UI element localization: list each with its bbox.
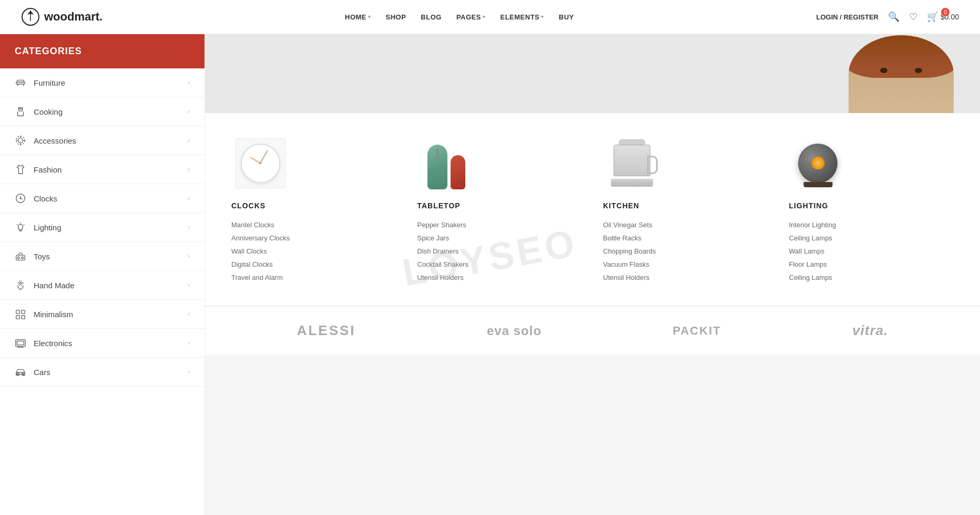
- handmade-chevron: ›: [188, 281, 190, 289]
- nav-elements[interactable]: ELEMENTS ▾: [500, 13, 544, 21]
- sidebar-item-handmade[interactable]: Hand Made ›: [0, 271, 205, 300]
- brand-vitra[interactable]: vitra.: [852, 322, 888, 339]
- login-register-link[interactable]: LOGIN / REGISTER: [816, 13, 878, 21]
- lighting-image: [789, 134, 847, 192]
- nav-home[interactable]: HOME ▾: [345, 13, 371, 21]
- sidebar-item-furniture[interactable]: Furniture ›: [0, 68, 205, 97]
- nav-pages[interactable]: PAGES ▾: [456, 13, 486, 21]
- kitchen-link-4[interactable]: Utensil Holders: [603, 271, 768, 284]
- tabletop-link-0[interactable]: Pepper Shakers: [417, 218, 583, 231]
- brand-packit[interactable]: PACKiT: [672, 324, 721, 338]
- brand-evasolo[interactable]: eva solo: [487, 324, 542, 338]
- hero-face: [849, 35, 954, 113]
- kitchen-link-2[interactable]: Chopping Boards: [603, 245, 768, 258]
- clocks-link-4[interactable]: Travel and Alarm: [231, 271, 396, 284]
- sidebar-item-accessories[interactable]: Accessories ›: [0, 126, 205, 155]
- espresso-machine: [611, 139, 653, 187]
- nav-pages-arrow: ▾: [483, 14, 486, 19]
- lighting-link-4[interactable]: Ceiling Lamps: [789, 271, 954, 284]
- kitchen-link-1[interactable]: Bottle Racks: [603, 231, 768, 245]
- cart-icon: 🛒: [927, 11, 938, 23]
- fashion-label: Fashion: [34, 165, 188, 174]
- svg-line-23: [24, 225, 24, 225]
- svg-point-10: [18, 138, 23, 143]
- lamp-container: [798, 144, 838, 183]
- clocks-links: Mantel Clocks Anniversary Clocks Wall Cl…: [231, 218, 396, 284]
- clocks-image: [231, 134, 289, 192]
- svg-point-27: [22, 257, 24, 259]
- sidebar-header: CATEGORIES: [0, 34, 205, 68]
- search-icon[interactable]: 🔍: [888, 11, 900, 23]
- tabletop-link-2[interactable]: Dish Drainers: [417, 245, 583, 258]
- kitchen-link-0[interactable]: Oil Vinegar Sets: [603, 218, 768, 231]
- nav-home-arrow: ▾: [368, 14, 371, 19]
- furniture-chevron: ›: [188, 79, 190, 86]
- sidebar-item-minimalism[interactable]: Minimalism ›: [0, 300, 205, 329]
- lamp-base: [803, 182, 832, 187]
- lighting-link-0[interactable]: Interior Lighting: [789, 218, 954, 231]
- clocks-label: Clocks: [34, 194, 188, 203]
- lighting-link-3[interactable]: Floor Lamps: [789, 258, 954, 271]
- minimalism-icon: [15, 308, 26, 320]
- svg-rect-33: [22, 316, 25, 319]
- tabletop-title: TABLETOP: [417, 201, 583, 210]
- lighting-links: Interior Lighting Ceiling Lamps Wall Lam…: [789, 218, 954, 284]
- cart-badge: 0: [941, 8, 950, 16]
- hero-person-container: [849, 35, 954, 113]
- sidebar-item-electronics[interactable]: Electronics ›: [0, 329, 205, 358]
- wishlist-icon[interactable]: ♡: [909, 11, 917, 23]
- minimalism-chevron: ›: [188, 310, 190, 318]
- lamp-globe: [798, 144, 838, 183]
- lighting-link-2[interactable]: Wall Lamps: [789, 245, 954, 258]
- svg-point-29: [19, 282, 22, 285]
- tabletop-link-1[interactable]: Spice Jars: [417, 231, 583, 245]
- kitchen-visual: [606, 137, 658, 189]
- sidebar-item-cars[interactable]: Cars ›: [0, 358, 205, 387]
- clocks-link-0[interactable]: Mantel Clocks: [231, 218, 396, 231]
- logo[interactable]: woodmart.: [21, 7, 103, 26]
- tabletop-link-4[interactable]: Utensil Holders: [417, 271, 583, 284]
- tabletop-link-3[interactable]: Cocktail Shakers: [417, 258, 583, 271]
- electronics-label: Electronics: [34, 339, 188, 348]
- hero-hair: [849, 35, 954, 78]
- kitchen-title: KITCHEN: [603, 201, 768, 210]
- nav-buy[interactable]: BUY: [559, 13, 574, 21]
- brand-alessi[interactable]: ALESSI: [297, 322, 356, 339]
- sidebar-item-toys[interactable]: Toys ›: [0, 242, 205, 271]
- cooking-chevron: ›: [188, 108, 190, 115]
- clocks-link-2[interactable]: Wall Clocks: [231, 245, 396, 258]
- main-nav: HOME ▾ SHOP BLOG PAGES ▾ ELEMENTS ▾ BUY: [345, 13, 574, 21]
- clocks-title: CLOCKS: [231, 201, 396, 210]
- svg-point-26: [18, 257, 20, 259]
- sidebar-item-cooking[interactable]: Cooking ›: [0, 97, 205, 126]
- toys-icon: [15, 250, 26, 262]
- kitchen-link-3[interactable]: Vacuum Flasks: [603, 258, 768, 271]
- tabletop-image: [417, 134, 475, 192]
- cars-label: Cars: [34, 368, 188, 377]
- nav-blog[interactable]: BLOG: [421, 13, 442, 21]
- sidebar-item-clocks[interactable]: Clocks ›: [0, 184, 205, 213]
- category-tabletop: TABLETOP Pepper Shakers Spice Jars Dish …: [417, 134, 583, 284]
- clock-face: [241, 144, 280, 183]
- handmade-icon: [15, 279, 26, 291]
- handmade-label: Hand Made: [34, 281, 188, 290]
- accessories-label: Accessories: [34, 136, 188, 145]
- sidebar-item-lighting[interactable]: Lighting ›: [0, 213, 205, 242]
- lighting-icon: [15, 221, 26, 233]
- nav-shop[interactable]: SHOP: [386, 13, 406, 21]
- sidebar-item-fashion[interactable]: Fashion ›: [0, 155, 205, 184]
- category-clocks: CLOCKS Mantel Clocks Anniversary Clocks …: [231, 134, 396, 284]
- lighting-link-1[interactable]: Ceiling Lamps: [789, 231, 954, 245]
- categories-panel: CLOCKS Mantel Clocks Anniversary Clocks …: [205, 113, 980, 305]
- svg-rect-4: [17, 80, 24, 82]
- clocks-link-1[interactable]: Anniversary Clocks: [231, 231, 396, 245]
- clocks-icon: [15, 193, 26, 204]
- svg-rect-30: [16, 310, 19, 314]
- content-area: CLOCKS Mantel Clocks Anniversary Clocks …: [205, 34, 980, 515]
- fashion-chevron: ›: [188, 166, 190, 173]
- lighting-title: LIGHTING: [789, 201, 954, 210]
- cart-button[interactable]: 0 🛒 $0.00: [927, 11, 959, 23]
- category-kitchen: KITCHEN Oil Vinegar Sets Bottle Racks Ch…: [603, 134, 768, 284]
- clocks-link-3[interactable]: Digital Clocks: [231, 258, 396, 271]
- cooking-icon: [15, 106, 26, 117]
